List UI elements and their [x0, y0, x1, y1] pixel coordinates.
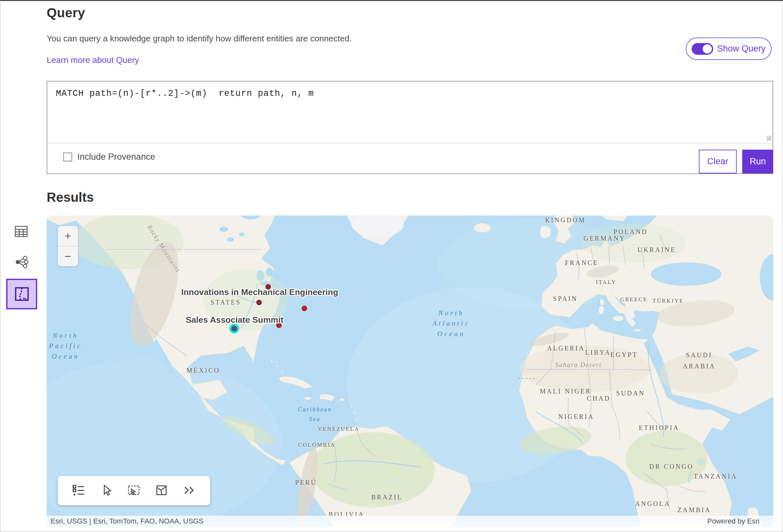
map-label-greece: GREECE	[620, 296, 648, 303]
sidebar-item-map-view-selected[interactable]	[6, 279, 37, 309]
include-provenance-label: Include Provenance	[77, 152, 155, 162]
show-query-label: Show Query	[717, 44, 766, 54]
map-label-arabia: ARABIA	[683, 363, 716, 370]
query-page: Query You can query a knowledge graph to…	[0, 0, 783, 532]
query-panel: MATCH path=(n)-[r*..2]->(m) return path,…	[46, 81, 773, 174]
clear-button[interactable]: Clear	[699, 149, 737, 173]
map-label-italy: ITALY	[596, 279, 617, 286]
map-toolbar	[58, 476, 210, 505]
map-label-saudi: SAUDI	[686, 352, 712, 359]
results-title: Results	[46, 190, 94, 205]
rectangle-select-button[interactable]	[127, 484, 141, 498]
map-label-venezuela: VENEZUELA	[318, 426, 359, 432]
legend-list-button[interactable]	[71, 484, 86, 498]
map-label-t-rkiye: TÜRKIYE	[653, 298, 684, 304]
map-label-sahara-desert: Sahara Desert	[555, 361, 602, 369]
map-label-sudan: SUDAN	[616, 390, 645, 397]
map-label-dr-congo: DR CONGO	[649, 463, 694, 470]
map-label-states: STATES	[211, 299, 241, 306]
map-label-ukraine: UKRAINE	[637, 246, 676, 254]
rectangle-select-icon	[127, 484, 140, 497]
zoom-in-button[interactable]: +	[58, 226, 78, 246]
query-panel-footer: Include Provenance Clear Run	[47, 143, 773, 173]
expand-tools-button[interactable]	[182, 484, 196, 498]
map-label-kingdom: KINGDOM	[545, 217, 586, 224]
map-label-zambia: ZAMBIA	[678, 506, 711, 514]
map-label-egypt: EGYPT	[610, 351, 638, 359]
map-label-colombia: COLOMBIA	[298, 442, 336, 448]
map-label-ethiopia: ETHIOPIA	[639, 424, 679, 432]
attribution-sources: Esri, USGS | Esri, TomTom, FAO, NOAA, US…	[51, 517, 203, 526]
map-label-france: FRANCE	[565, 259, 599, 267]
result-point-cyan-4[interactable]	[229, 324, 239, 333]
cursor-select-icon	[100, 484, 113, 496]
map-label-nigeria: NIGERIA	[558, 413, 594, 421]
legend-list-icon	[72, 484, 85, 497]
page-description: You can query a knowledge graph to ident…	[46, 34, 352, 44]
result-point-maroon-1[interactable]	[256, 300, 262, 305]
toggle-track[interactable]	[692, 43, 713, 55]
result-point-red-2[interactable]	[302, 306, 307, 311]
event-label-innovations-in-mechanical-engineering[interactable]: Innovations in Mechanical Engineering	[181, 287, 338, 297]
toggle-knob	[702, 44, 713, 54]
ocean-label-north-pacific-ocean: NorthPacificOcean	[49, 330, 82, 362]
table-icon	[15, 225, 28, 238]
map-label-niger: NIGER	[565, 388, 591, 395]
zoom-out-button[interactable]: −	[58, 246, 78, 267]
textarea-resize-handle[interactable]	[766, 136, 772, 141]
map-label-libya: LIBYA	[585, 349, 611, 356]
map-label-rocky-mountains: Rocky Mountains	[146, 224, 182, 274]
link-chart-icon	[15, 256, 28, 269]
page-title: Query	[46, 5, 85, 20]
include-provenance-checkbox[interactable]	[63, 153, 72, 161]
ocean-label-north-atlantic-ocean: NorthAtlanticOcean	[433, 308, 470, 339]
polygon-select-button[interactable]	[154, 484, 169, 498]
map-label-spain: SPAIN	[553, 295, 578, 302]
run-button[interactable]: Run	[742, 149, 773, 173]
include-provenance-checkbox-row[interactable]: Include Provenance	[63, 152, 155, 162]
learn-more-link[interactable]: Learn more about Query	[46, 55, 139, 65]
polygon-select-icon	[155, 484, 168, 496]
attribution-powered-by: Powered by Esri	[707, 517, 759, 526]
cursor-select-button[interactable]	[99, 484, 114, 498]
map-label-algeria: ALGERIA	[547, 344, 585, 352]
expand-tools-icon	[183, 485, 196, 496]
show-query-toggle[interactable]: Show Query	[686, 37, 772, 60]
map-label-germany: GERMANY	[583, 235, 625, 242]
map-label-mali: MALI	[540, 388, 562, 395]
sidebar-item-graph-view[interactable]	[15, 256, 28, 269]
zoom-control: + −	[58, 226, 78, 266]
map-attribution: Esri, USGS | Esri, TomTom, FAO, NOAA, US…	[46, 516, 773, 527]
map-label-angola: ANGOLA	[635, 500, 670, 507]
map-icon	[14, 286, 30, 302]
ocean-label-caribbean-sea: CaribbeanSea	[298, 404, 332, 424]
event-label-sales-associate-summit[interactable]: Sales Associate Summit	[186, 315, 283, 325]
map-label-m-xico: MÉXICO	[187, 367, 220, 374]
query-input[interactable]: MATCH path=(n)-[r*..2]->(m) return path,…	[56, 89, 763, 98]
map-label-per: PERÚ	[295, 479, 317, 486]
sidebar-item-table-view[interactable]	[15, 225, 28, 238]
map-label-chad: CHAD	[587, 395, 611, 402]
map-label-brazil: BRAZIL	[371, 494, 403, 501]
map-label-tanzania: TANZANIA	[694, 473, 737, 480]
results-map[interactable]: KINGDOMPOLANDGERMANYUKRAINEFRANCEITALYSP…	[46, 215, 773, 527]
